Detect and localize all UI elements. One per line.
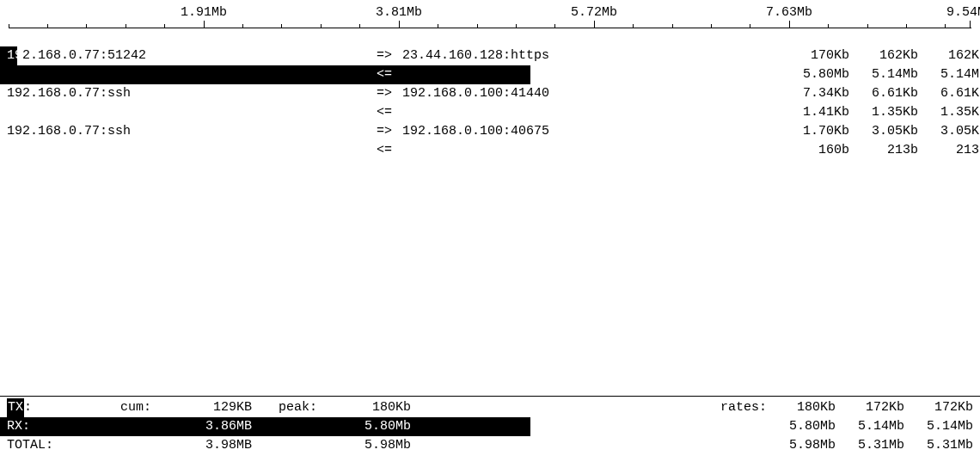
- ruler-tick-minor: [86, 24, 87, 28]
- connection-row-out[interactable]: 192.168.0.77:51242 => 23.44.160.128:http…: [0, 46, 980, 65]
- in-arrow-icon: <=: [377, 65, 402, 84]
- rate-2s: 5.80Mb: [781, 65, 849, 84]
- in-arrow-icon: <=: [377, 103, 402, 122]
- ruler-tick-minor: [750, 24, 750, 28]
- rx-rate-40s: 5.14Mb: [904, 417, 973, 436]
- connection-source-blank: [7, 103, 377, 122]
- connection-row-out[interactable]: 192.168.0.77:ssh => 192.168.0.100:41440 …: [0, 84, 980, 103]
- total-label: TOTAL:: [7, 436, 67, 455]
- summary-tx-row: TX: cum: 129KB peak: 180Kb rates: 180Kb …: [0, 398, 980, 417]
- tx-peak: 180Kb: [321, 398, 411, 417]
- ruler-label: 1.91Mb: [181, 3, 227, 22]
- rate-10s: 5.14Mb: [849, 65, 918, 84]
- rate-40s: 6.61Kb: [918, 84, 980, 103]
- rate-2s: 1.41Kb: [781, 103, 849, 122]
- total-cum: 3.98MB: [162, 436, 252, 455]
- ruler-tick-minor: [945, 24, 946, 28]
- rate-2s: 170Kb: [781, 46, 849, 65]
- ruler-tick-minor: [672, 24, 673, 28]
- tx-rate-2s: 180Kb: [767, 398, 836, 417]
- total-rate-2s: 5.98Mb: [767, 436, 836, 455]
- summary-footer: TX: cum: 129KB peak: 180Kb rates: 180Kb …: [0, 396, 980, 455]
- connection-row-in[interactable]: <= 160b 213b 213b: [0, 141, 980, 160]
- connection-dest-address: 192.168.0.100:41440: [402, 84, 781, 103]
- rx-label: RX:: [7, 417, 67, 436]
- ruler-tick-minor: [47, 24, 48, 28]
- connection-row-in[interactable]: <= 1.41Kb 1.35Kb 1.35Kb: [0, 103, 980, 122]
- ruler-tick-minor: [321, 24, 322, 28]
- ruler-label: 5.72Mb: [571, 3, 617, 22]
- rate-10s: 3.05Kb: [849, 122, 918, 141]
- ruler-tick-minor: [359, 24, 360, 28]
- rate-40s: 162Kb: [918, 46, 980, 65]
- bandwidth-scale-ruler: 1.91Mb3.81Mb5.72Mb7.63Mb9.54Mb: [0, 0, 980, 38]
- rates-label-blank: [707, 436, 767, 455]
- out-arrow-icon: =>: [377, 46, 402, 65]
- total-rate-40s: 5.31Mb: [904, 436, 973, 455]
- rates-label: rates:: [707, 398, 767, 417]
- connection-dest-address: 192.168.0.100:40675: [402, 122, 781, 141]
- connection-source-address: 192.168.0.77:ssh: [7, 122, 377, 141]
- rate-10s: 162Kb: [849, 46, 918, 65]
- tx-label: TX:: [7, 398, 67, 417]
- ruler-tick-minor: [711, 24, 712, 28]
- connection-source-address: 192.168.0.77:51242: [7, 46, 377, 65]
- rate-40s: 1.35Kb: [918, 103, 980, 122]
- connection-row-in[interactable]: <= 5.80Mb 5.14Mb 5.14Mb: [0, 65, 980, 84]
- rx-rate-10s: 5.14Mb: [836, 417, 904, 436]
- peak-label: peak:: [252, 398, 321, 417]
- ruler-tick-minor: [477, 24, 478, 28]
- rx-peak: 5.80Mb: [321, 417, 411, 436]
- ruler-tick-minor: [9, 24, 9, 28]
- ruler-tick-minor: [554, 24, 555, 28]
- rate-2s: 160b: [781, 141, 849, 160]
- peak-label-blank: [252, 417, 321, 436]
- ruler-tick-minor: [633, 24, 634, 28]
- tx-rate-10s: 172Kb: [836, 398, 904, 417]
- ruler-tick-minor: [281, 24, 282, 28]
- peak-label-blank: [252, 436, 321, 455]
- ruler-label: 3.81Mb: [376, 3, 422, 22]
- ruler-tick-minor: [516, 24, 517, 28]
- cum-label-blank: [67, 436, 162, 455]
- in-arrow-icon: <=: [377, 141, 402, 160]
- connection-list: 192.168.0.77:51242 => 23.44.160.128:http…: [0, 46, 980, 160]
- total-rate-10s: 5.31Mb: [836, 436, 904, 455]
- ruler-label: 9.54Mb: [946, 3, 980, 22]
- connection-dest-blank: [402, 65, 781, 84]
- rate-40s: 5.14Mb: [918, 65, 980, 84]
- out-arrow-icon: =>: [377, 84, 402, 103]
- rates-label-blank: [707, 417, 767, 436]
- rate-40s: 3.05Kb: [918, 122, 980, 141]
- tx-cum: 129KB: [162, 398, 252, 417]
- total-peak: 5.98Mb: [321, 436, 411, 455]
- rx-cum: 3.86MB: [162, 417, 252, 436]
- ruler-tick-minor: [126, 24, 126, 28]
- ruler-tick-minor: [828, 24, 829, 28]
- connection-dest-blank: [402, 141, 781, 160]
- ruler-baseline: [9, 28, 971, 28]
- out-arrow-icon: =>: [377, 122, 402, 141]
- connection-source-address: 192.168.0.77:ssh: [7, 84, 377, 103]
- summary-rx-row: RX: 3.86MB 5.80Mb 5.80Mb 5.14Mb 5.14Mb: [0, 417, 980, 436]
- connection-dest-address: 23.44.160.128:https: [402, 46, 781, 65]
- rate-10s: 6.61Kb: [849, 84, 918, 103]
- rate-2s: 1.70Kb: [781, 122, 849, 141]
- tx-rate-40s: 172Kb: [904, 398, 973, 417]
- ruler-tick-minor: [438, 24, 438, 28]
- cum-label-blank: [67, 417, 162, 436]
- connection-dest-blank: [402, 103, 781, 122]
- connection-source-blank: [7, 141, 377, 160]
- ruler-label: 7.63Mb: [766, 3, 812, 22]
- ruler-tick-minor: [164, 24, 165, 28]
- ruler-tick-minor: [242, 24, 243, 28]
- rate-10s: 213b: [849, 141, 918, 160]
- rate-40s: 213b: [918, 141, 980, 160]
- ruler-tick-minor: [867, 24, 868, 28]
- connection-row-out[interactable]: 192.168.0.77:ssh => 192.168.0.100:40675 …: [0, 122, 980, 141]
- summary-total-row: TOTAL: 3.98MB 5.98Mb 5.98Mb 5.31Mb 5.31M…: [0, 436, 980, 455]
- cum-label: cum:: [67, 398, 162, 417]
- ruler-tick-minor: [906, 24, 907, 28]
- rx-rate-2s: 5.80Mb: [767, 417, 836, 436]
- rate-2s: 7.34Kb: [781, 84, 849, 103]
